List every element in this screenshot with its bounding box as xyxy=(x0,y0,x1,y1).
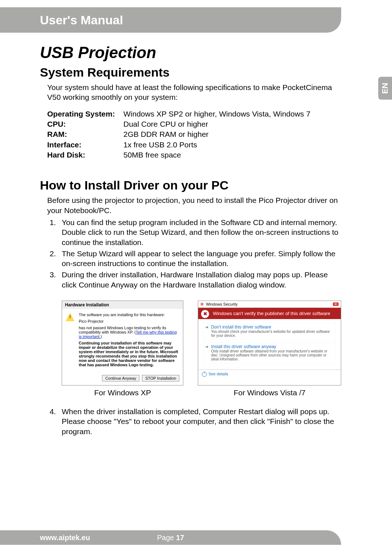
spec-value: 1x free USB 2.0 Ports xyxy=(123,140,197,150)
install-step: During the driver installation, Hardware… xyxy=(58,270,341,290)
install-step: When the driver installation is complete… xyxy=(58,407,341,436)
shield-error-icon: ✖ xyxy=(201,310,209,318)
spec-row: RAM: 2GB DDR RAM or higher xyxy=(47,129,341,139)
dialog-text: has not passed Windows Logo testing to v… xyxy=(79,326,179,339)
arrow-icon: ➔ xyxy=(205,325,208,330)
spec-row: Interface: 1x free USB 2.0 Ports xyxy=(47,140,341,150)
shield-icon: ⛨ xyxy=(200,302,204,306)
spec-label: Hard Disk: xyxy=(47,150,123,160)
install-step: The Setup Wizard will appear to select t… xyxy=(58,249,341,269)
page-label: Page xyxy=(157,534,176,542)
header-title: User's Manual xyxy=(40,13,123,27)
dialog-window-title-text: Windows Security xyxy=(206,302,237,306)
spec-table: Operating System: Windows XP SP2 or high… xyxy=(47,109,341,160)
spec-label: RAM: xyxy=(47,129,123,139)
dialog-title: Hardware Installation xyxy=(62,301,183,309)
arrow-icon: ➔ xyxy=(205,344,208,349)
footer-url: www.aiptek.eu xyxy=(40,534,90,542)
close-icon[interactable]: ✕ xyxy=(333,302,339,306)
install-driver-intro: Before using the projector to projection… xyxy=(47,195,341,215)
banner-text: Windows can't verify the publisher of th… xyxy=(213,311,330,316)
option-subtext: Only install driver software obtained fr… xyxy=(211,349,334,361)
continue-anyway-button[interactable]: Continue Anyway xyxy=(102,375,139,381)
spec-value: 2GB DDR RAM or higher xyxy=(123,129,209,139)
spec-label: Operating System: xyxy=(47,109,123,119)
page-indicator: Page 17 xyxy=(157,534,184,542)
option-install-anyway[interactable]: ➔ Install this driver software anyway On… xyxy=(203,342,336,364)
install-step: You can find the setup program included … xyxy=(58,217,341,247)
dialog-text: The software you are installing for this… xyxy=(79,313,179,317)
stop-installation-button[interactable]: STOP Installation xyxy=(142,375,179,381)
page-content: USB Projection System Requirements Your … xyxy=(40,44,341,438)
dialog-text-span: ) xyxy=(101,334,102,339)
caption-vista: For Windows Vista /7 xyxy=(198,388,341,397)
install-steps-continued: When the driver installation is complete… xyxy=(58,407,341,436)
see-details-toggle[interactable]: ˅See details xyxy=(198,370,341,379)
dialog-captions: For Windows XP For Windows Vista /7 xyxy=(62,388,341,397)
option-heading: Install this driver software anyway xyxy=(211,344,334,349)
section-install-driver-heading: How to Install Driver on your PC xyxy=(40,178,341,192)
dialog-screenshots: Hardware Installation ! The software you… xyxy=(62,301,341,385)
spec-value: 50MB free space xyxy=(123,150,181,160)
spec-row: Hard Disk: 50MB free space xyxy=(47,150,341,160)
see-details-label: See details xyxy=(208,372,228,376)
dialog-window-title: ⛨Windows Security xyxy=(200,302,237,306)
page-number: 17 xyxy=(176,534,184,542)
warning-icon: ! xyxy=(66,313,74,321)
spec-row: CPU: Dual Core CPU or higher xyxy=(47,119,341,129)
spec-value: Windows XP SP2 or higher, Windows Vista,… xyxy=(123,109,310,119)
page-title: USB Projection xyxy=(40,44,341,62)
spec-label: Interface: xyxy=(47,140,123,150)
spec-row: Operating System: Windows XP SP2 or high… xyxy=(47,109,341,119)
section-system-requirements-heading: System Requirements xyxy=(40,65,341,79)
security-banner: ✖ Windows can't verify the publisher of … xyxy=(198,308,341,319)
option-subtext: You should check your manufacturer's web… xyxy=(211,330,334,338)
header-band: User's Manual xyxy=(0,7,341,33)
system-requirements-intro: Your system should have at least the fol… xyxy=(47,82,341,102)
dialog-device-name: Pico Projector xyxy=(79,319,179,323)
option-heading: Don't install this driver software xyxy=(211,325,334,330)
spec-label: CPU: xyxy=(47,119,123,129)
spec-value: Dual Core CPU or higher xyxy=(123,119,208,129)
install-steps: You can find the setup program included … xyxy=(58,217,341,290)
hardware-installation-dialog: Hardware Installation ! The software you… xyxy=(62,301,183,385)
footer-band: www.aiptek.eu Page 17 xyxy=(0,530,341,545)
windows-security-dialog: ⛨Windows Security ✕ ✖ Windows can't veri… xyxy=(198,301,341,385)
caption-xp: For Windows XP xyxy=(62,388,183,397)
option-dont-install[interactable]: ➔ Don't install this driver software You… xyxy=(203,323,336,340)
language-tab: EN xyxy=(378,77,392,100)
chevron-down-icon: ˅ xyxy=(202,372,207,377)
dialog-warning-text: Continuing your installation of this sof… xyxy=(79,341,179,367)
